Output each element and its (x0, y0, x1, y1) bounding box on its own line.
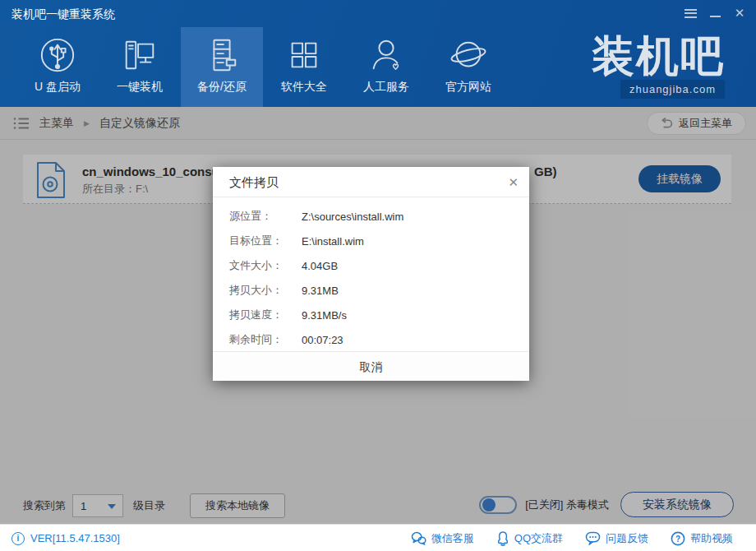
website-globe-icon (449, 36, 487, 74)
version-text: VER[11.5.47.1530] (30, 532, 120, 544)
app-title: 装机吧一键重装系统 (12, 7, 115, 22)
info-icon: i (12, 532, 25, 545)
dialog-row-target: 目标位置： E:\install.wim (213, 229, 529, 253)
status-link-label: 问题反馈 (606, 531, 648, 546)
backup-restore-icon (203, 36, 241, 74)
dialog-close-icon[interactable]: ✕ (508, 167, 519, 197)
dialog-row-time-remaining: 剩余时间： 00:07:23 (213, 327, 529, 352)
dialog-row-copy-speed: 拷贝速度： 9.31MB/s (213, 303, 529, 327)
minimize-icon (710, 16, 721, 17)
dialog-row-copied-size: 拷贝大小： 9.31MB (213, 278, 529, 303)
version-info: i VER[11.5.47.1530] (12, 525, 120, 551)
help-video-link[interactable]: ? 帮助视频 (671, 531, 733, 546)
dialog-header: 文件拷贝 ✕ (213, 167, 529, 197)
nav-item-backup-restore[interactable]: 备份/还原 (181, 27, 263, 107)
help-video-icon: ? (671, 531, 685, 546)
usb-icon (39, 36, 76, 74)
close-icon: ✕ (735, 5, 745, 21)
dialog-row-file-size: 文件大小： 4.04GB (213, 253, 529, 278)
nav-item-software-collection[interactable]: 软件大全 (263, 27, 345, 107)
qq-group-link[interactable]: QQ交流群 (496, 531, 563, 546)
wechat-icon (411, 531, 426, 545)
cancel-button[interactable]: 取消 (213, 351, 529, 381)
row-value: E:\install.wim (302, 235, 364, 248)
nav-label: 人工服务 (363, 80, 409, 95)
service-person-icon (367, 36, 405, 74)
nav-label: 备份/还原 (197, 80, 247, 95)
status-bar: i VER[11.5.47.1530] 微信客服 QQ交流群 (0, 524, 756, 551)
row-value: 4.04GB (302, 260, 338, 272)
brand-logo: 装机吧 zhuangjiba.com (592, 33, 725, 99)
dialog-title: 文件拷贝 (229, 167, 279, 197)
row-label: 文件大小： (229, 258, 302, 273)
nav-item-usb-boot[interactable]: U 盘启动 (16, 27, 99, 107)
main-nav: U 盘启动 一键装机 备份/还原 软件大 (16, 27, 509, 107)
row-label: 目标位置： (229, 234, 302, 248)
dialog-row-source: 源位置： Z:\sources\install.wim (213, 204, 529, 229)
hamburger-icon (685, 9, 697, 18)
nav-item-human-service[interactable]: 人工服务 (345, 27, 427, 107)
wechat-support-link[interactable]: 微信客服 (411, 531, 474, 546)
title-bar: 装机吧一键重装系统 ✕ (0, 0, 756, 27)
row-value: Z:\sources\install.wim (302, 211, 403, 223)
nav-item-official-website[interactable]: 官方网站 (427, 27, 509, 107)
nav-label: U 盘启动 (35, 80, 81, 95)
menu-button[interactable] (682, 5, 698, 21)
row-label: 源位置： (229, 209, 302, 224)
minimize-button[interactable] (707, 5, 723, 21)
brand-logo-text: 装机吧 (592, 33, 725, 79)
nav-item-one-click-install[interactable]: 一键装机 (99, 27, 181, 107)
computer-icon (121, 36, 159, 74)
file-copy-dialog: 文件拷贝 ✕ 源位置： Z:\sources\install.wim 目标位置：… (213, 167, 529, 381)
close-button[interactable]: ✕ (731, 5, 748, 21)
feedback-link[interactable]: 问题反馈 (585, 531, 648, 546)
nav-label: 一键装机 (117, 80, 163, 95)
svg-text:?: ? (675, 534, 680, 543)
row-label: 拷贝速度： (229, 308, 302, 322)
status-link-label: 帮助视频 (690, 531, 733, 546)
row-value: 9.31MB/s (302, 309, 347, 322)
row-label: 拷贝大小： (229, 283, 302, 298)
app-header: 装机吧一键重装系统 ✕ U 盘启动 (0, 0, 756, 107)
qq-icon (496, 531, 509, 546)
status-link-label: QQ交流群 (514, 531, 563, 546)
nav-label: 官方网站 (445, 80, 491, 95)
feedback-bubble-icon (585, 531, 601, 545)
row-value: 00:07:23 (302, 334, 343, 346)
dialog-body: 源位置： Z:\sources\install.wim 目标位置： E:\ins… (213, 197, 529, 352)
status-links: 微信客服 QQ交流群 问题反馈 ? 帮助视频 (411, 525, 733, 551)
row-value: 9.31MB (302, 285, 339, 297)
software-grid-icon (285, 36, 323, 74)
status-link-label: 微信客服 (431, 531, 474, 546)
nav-label: 软件大全 (281, 80, 327, 95)
row-label: 剩余时间： (229, 332, 302, 347)
brand-logo-domain: zhuangjiba.com (620, 80, 725, 99)
